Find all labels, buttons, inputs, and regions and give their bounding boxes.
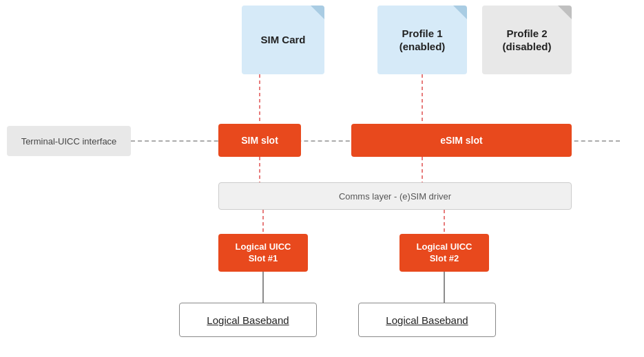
profile2-label: Profile 2(disabled) (503, 27, 552, 54)
sim-card-box: SIM Card (242, 6, 324, 74)
baseband1-box: Logical Baseband (179, 303, 317, 337)
comms-layer-box: Comms layer - (e)SIM driver (218, 182, 572, 210)
profile2-box: Profile 2(disabled) (482, 6, 572, 74)
baseband2-box: Logical Baseband (358, 303, 496, 337)
sim-slot-label: SIM slot (241, 135, 278, 146)
logical-uicc-slot2-label: Logical UICCSlot #2 (417, 241, 472, 265)
comms-layer-label: Comms layer - (e)SIM driver (339, 191, 451, 202)
profile1-label: Profile 1(enabled) (399, 27, 446, 54)
baseband1-label: Logical Baseband (207, 314, 289, 326)
terminal-uicc-text: Terminal-UICC interface (21, 136, 117, 147)
sim-card-label: SIM Card (260, 33, 305, 47)
esim-slot-label: eSIM slot (440, 135, 482, 146)
logical-uicc-slot2-box: Logical UICCSlot #2 (399, 234, 489, 272)
sim-slot-box: SIM slot (218, 124, 301, 157)
logical-uicc-slot1-label: Logical UICCSlot #1 (236, 241, 291, 265)
esim-slot-box: eSIM slot (351, 124, 572, 157)
terminal-uicc-label: Terminal-UICC interface (7, 126, 131, 156)
diagram-container: SIM Card Profile 1(enabled) Profile 2(di… (0, 0, 644, 357)
profile1-box: Profile 1(enabled) (377, 6, 467, 74)
logical-uicc-slot1-box: Logical UICCSlot #1 (218, 234, 308, 272)
baseband2-label: Logical Baseband (386, 314, 468, 326)
